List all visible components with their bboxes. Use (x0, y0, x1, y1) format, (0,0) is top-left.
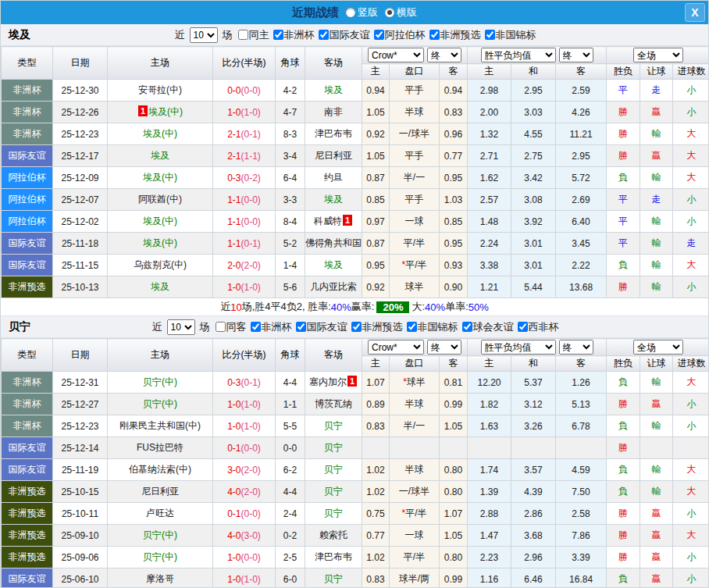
fulltime-score: 1-1 (227, 194, 240, 205)
close-button[interactable]: X (685, 3, 705, 22)
layout-radio-label-1[interactable]: 横版 (397, 6, 417, 18)
score-cell: 0-0(0-0) (213, 80, 276, 102)
layout-radio-label-0[interactable]: 竖版 (358, 6, 378, 18)
odds-home: 1.02 (362, 459, 390, 481)
result-handicap: 贏 (640, 568, 673, 588)
league-type: 非洲杯 (2, 80, 53, 102)
home-team-name: 贝宁(中) (143, 376, 177, 387)
same-venue-filter-checkbox[interactable] (216, 322, 226, 332)
league-filter-5-checkbox[interactable] (518, 322, 528, 332)
mean-home: 1.74 (468, 459, 511, 481)
odds-source-select[interactable]: Crow* (368, 48, 424, 62)
league-filter-1[interactable]: 国际友谊 (296, 320, 347, 334)
league-filter-3-checkbox[interactable] (407, 322, 417, 332)
league-filter-1[interactable]: 国际友谊 (319, 28, 370, 42)
result-handicap: 輸 (640, 481, 673, 503)
match-date: 25-11-19 (53, 459, 108, 481)
league-filter-4-checkbox[interactable] (485, 30, 495, 40)
same-venue-filter[interactable]: 同主 (238, 28, 269, 42)
mean-away: 4.59 (556, 459, 607, 481)
odds-source-select[interactable]: Crow* (368, 340, 424, 355)
sub-col-header-7: 让球 (640, 356, 673, 372)
handicap-line: 平手 (390, 189, 440, 211)
league-filter-1-checkbox[interactable] (319, 30, 329, 40)
odds-away: 0.83 (440, 102, 468, 123)
league-filter-4-checkbox[interactable] (462, 322, 472, 332)
same-venue-filter-checkbox[interactable] (238, 30, 248, 40)
score-cell: 1-0(0-0) (213, 547, 276, 568)
sub-col-header-7: 让球 (640, 64, 673, 80)
away-team: 埃及 (305, 80, 362, 102)
team-section-benin: 贝宁近10场同客非洲杯国际友谊非洲预选非国锦标球会友谊西非杯类型日期主场比分(半… (1, 316, 708, 588)
mean-draw: 2.96 (511, 547, 556, 568)
league-filter-2-checkbox[interactable] (374, 30, 384, 40)
mean-away: 6.40 (556, 211, 607, 233)
sub-col-header-8: 进球数 (673, 64, 709, 80)
odds-final-select[interactable]: 终 (427, 48, 461, 62)
league-filter-4-label: 非国锦标 (496, 28, 536, 42)
league-filter-5[interactable]: 西非杯 (518, 320, 559, 334)
corner-count: 3-4 (276, 145, 305, 167)
col-header-5: 客场 (305, 339, 362, 372)
mean-away: 4.26 (556, 102, 607, 123)
layout-radio-0[interactable] (346, 8, 355, 17)
result-handicap: 贏 (640, 547, 673, 568)
corner-count: 1-4 (276, 255, 305, 276)
league-filter-0[interactable]: 非洲杯 (251, 320, 292, 334)
home-team: 卢旺达 (108, 503, 213, 525)
result-wdl: 勝 (607, 102, 640, 123)
halftime-score: (2-0) (241, 486, 261, 497)
mean-draw: 3.42 (511, 167, 556, 189)
handicap-line: 平/半 (390, 233, 440, 255)
league-filter-0[interactable]: 非洲杯 (273, 28, 315, 42)
home-team-name: 埃及(中) (143, 237, 177, 248)
league-filter-3[interactable]: 非国锦标 (407, 320, 458, 334)
mean-away: 11.21 (556, 123, 607, 145)
away-team: 贝宁 (305, 503, 362, 525)
match-count-select[interactable]: 10 (167, 319, 195, 335)
match-row: 国际友谊25-11-18埃及(中)1-1(0-1)5-2佛得角共和国0.87平/… (2, 233, 709, 255)
result-wdl: 負 (607, 167, 640, 189)
odds-final-select[interactable]: 终 (427, 340, 461, 355)
handicap-line: *球半 (390, 372, 440, 394)
halftime-score: (1-0) (241, 399, 261, 410)
result-wdl: 負 (607, 481, 640, 503)
mean-home: 12.20 (468, 372, 511, 394)
mean-select[interactable]: 胜平负均值 (481, 48, 556, 62)
league-filter-2[interactable]: 非洲预选 (351, 320, 403, 334)
fullmatch-select[interactable]: 全场 (633, 48, 683, 62)
corner-count: 4-7 (276, 102, 305, 123)
league-filter-0-checkbox[interactable] (251, 322, 261, 332)
odds-home: 1.02 (362, 547, 390, 568)
mean-home: 2.71 (468, 145, 511, 167)
result-goals: 小 (673, 211, 709, 233)
mean-final-select[interactable]: 终 (559, 340, 593, 355)
red-card-badge: 1 (347, 376, 357, 387)
league-filter-4-label: 球会友谊 (473, 320, 514, 334)
home-team: 贝宁(中) (108, 525, 213, 547)
match-count-select[interactable]: 10 (190, 27, 218, 43)
league-filter-0-checkbox[interactable] (273, 30, 283, 40)
mean-select[interactable]: 胜平负均值 (481, 340, 556, 355)
league-filter-2-checkbox[interactable] (351, 322, 362, 332)
mean-final-select[interactable]: 终 (559, 48, 593, 62)
fulltime-score: 2-1 (227, 151, 240, 162)
fullmatch-select[interactable]: 全场 (633, 340, 683, 355)
match-row: 非洲杯25-12-23埃及(中)2-1(0-1)8-3津巴布韦0.92一/球半0… (2, 123, 709, 145)
league-filter-1-checkbox[interactable] (296, 322, 306, 332)
odds-home: 0.95 (362, 255, 390, 276)
away-team-name: 约旦 (324, 172, 343, 183)
score-cell: 3-0(2-0) (213, 459, 276, 481)
odds-away: 1.03 (440, 189, 468, 211)
league-filter-2[interactable]: 阿拉伯杯 (374, 28, 426, 42)
away-team-name: 赖索托 (319, 529, 347, 540)
league-filter-3[interactable]: 非洲预选 (429, 28, 481, 42)
league-filter-4[interactable]: 球会友谊 (462, 320, 514, 334)
league-filter-4[interactable]: 非国锦标 (485, 28, 536, 42)
league-filter-3-checkbox[interactable] (429, 30, 440, 40)
layout-radio-1-selected[interactable] (385, 8, 394, 17)
league-type: 国际友谊 (2, 568, 53, 588)
league-filter-5-label: 西非杯 (529, 320, 559, 334)
mean-away: 1.26 (556, 372, 607, 394)
same-venue-filter[interactable]: 同客 (216, 320, 247, 334)
